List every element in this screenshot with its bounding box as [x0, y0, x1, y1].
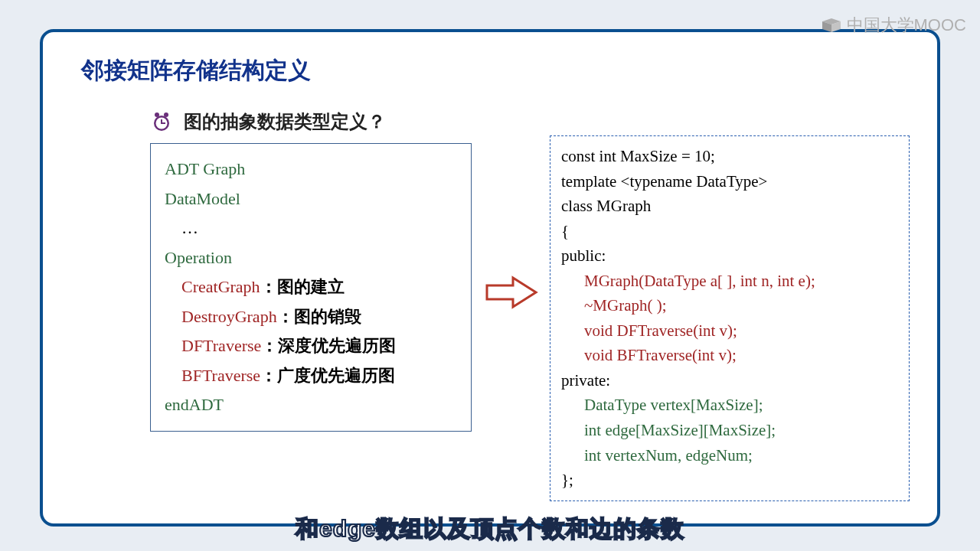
code-private: private: — [561, 368, 898, 393]
operation-line: Operation — [165, 243, 457, 273]
watermark: 中国大学MOOC — [821, 14, 966, 37]
code-p2: ~MGraph( ); — [561, 293, 898, 318]
subtitle: 图的抽象数据类型定义？ — [184, 109, 386, 134]
code-q2: int edge[MaxSize][MaxSize]; — [561, 418, 898, 443]
clock-icon — [150, 110, 173, 133]
op-destroy: DestroyGraph：图的销毁 — [165, 302, 457, 332]
subtitle-caption: 和edge数组以及顶点个数和边的条数 — [0, 514, 980, 545]
op-bf: BFTraverse：广度优先遍历图 — [165, 361, 457, 391]
adt-box: ADT Graph DataModel … Operation CreatGra… — [150, 143, 472, 432]
svg-rect-6 — [162, 122, 165, 124]
ellipsis-line: … — [165, 214, 457, 243]
svg-point-7 — [155, 112, 159, 117]
code-close: }; — [561, 468, 898, 493]
code-q1: DataType vertex[MaxSize]; — [561, 393, 898, 418]
op-df: DFTraverse：深度优先遍历图 — [165, 331, 457, 361]
code-l1: const int MaxSize = 10; — [561, 144, 898, 169]
datamodel-line: DataModel — [165, 184, 457, 214]
svg-point-8 — [164, 112, 168, 117]
op-creat: CreatGraph：图的建立 — [165, 272, 457, 302]
watermark-text: 中国大学MOOC — [847, 14, 966, 37]
code-public: public: — [561, 243, 898, 269]
code-box: const int MaxSize = 10; template <typena… — [550, 135, 910, 501]
svg-marker-9 — [487, 278, 536, 307]
adt-line: ADT Graph — [165, 155, 457, 184]
code-l2: template <typename DataType> — [561, 169, 898, 194]
code-l4: { — [561, 219, 898, 244]
code-p1: MGraph(DataType a[ ], int n, int e); — [561, 269, 898, 294]
code-q3: int vertexNum, edgeNum; — [561, 443, 898, 468]
code-l3: class MGraph — [561, 194, 898, 219]
arrow-icon — [485, 273, 539, 315]
endadt-line: endADT — [165, 390, 457, 420]
code-p3: void DFTraverse(int v); — [561, 318, 898, 344]
code-p4: void BFTraverse(int v); — [561, 343, 898, 368]
slide-frame: 邻接矩阵存储结构定义 图的抽象数据类型定义？ ADT Graph DataMod… — [40, 29, 940, 527]
slide-title: 邻接矩阵存储结构定义 — [81, 55, 906, 86]
subtitle-row: 图的抽象数据类型定义？ — [150, 109, 906, 134]
